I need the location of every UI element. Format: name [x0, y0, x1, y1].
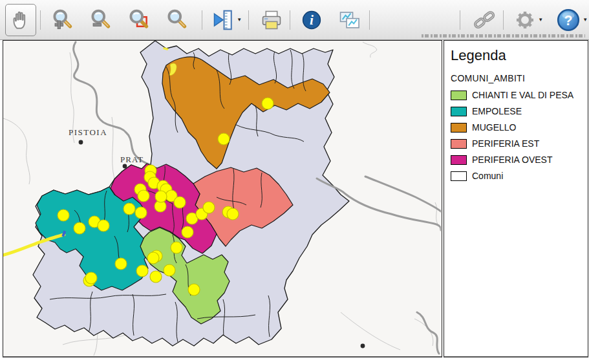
legend-item-label: EMPOLESE: [472, 106, 522, 116]
legend-panel: Legenda COMUNI_AMBITI CHIANTI E VAL DI P…: [444, 40, 588, 358]
info-icon: i: [301, 9, 323, 31]
legend-item-mugello: MUGELLO: [451, 122, 588, 133]
point-marker[interactable]: [164, 264, 175, 276]
point-marker[interactable]: [203, 202, 215, 213]
point-marker[interactable]: [74, 222, 85, 234]
point-marker[interactable]: [174, 197, 186, 208]
link-icon: [472, 8, 497, 32]
svg-text:i: i: [310, 12, 314, 28]
legend-item-periferia-ovest: PERIFERIA OVEST: [451, 155, 588, 165]
city-label-pistoia: PISTOIA: [69, 127, 107, 137]
toolbar-separator: [248, 10, 249, 30]
gear-icon: [514, 9, 536, 31]
zoom-out-button[interactable]: [88, 4, 115, 36]
legend-item-label: CHIANTI E VAL DI PESA: [472, 90, 573, 100]
legend-swatch: [451, 123, 467, 133]
point-marker[interactable]: [138, 190, 149, 202]
legend-layer-name: COMUNI_AMBITI: [451, 73, 588, 83]
view-history-button[interactable]: ▼: [210, 4, 243, 36]
chevron-down-icon: ▼: [538, 17, 543, 23]
point-marker[interactable]: [227, 208, 239, 220]
view-history-icon: [211, 8, 235, 32]
zoom-out-icon: [89, 8, 114, 32]
toolbar-separator: [40, 10, 41, 30]
point-marker[interactable]: [85, 272, 97, 284]
point-marker[interactable]: [150, 271, 162, 283]
legend-item-label: Comuni: [472, 171, 503, 181]
legend-title: Legenda: [451, 47, 588, 64]
point-marker[interactable]: [58, 209, 69, 221]
point-marker[interactable]: [147, 252, 159, 264]
printer-icon: [259, 8, 284, 32]
map-canvas[interactable]: PISTOIA PRAT: [3, 41, 441, 356]
zoom-in-icon: [51, 8, 76, 32]
help-button[interactable]: ? ▼: [555, 4, 589, 36]
legend-item-label: MUGELLO: [472, 122, 516, 133]
magnifier-icon: [166, 8, 190, 32]
zoom-in-button[interactable]: [50, 4, 77, 36]
poi-dot: [361, 344, 365, 348]
chevron-down-icon: ▼: [583, 17, 588, 23]
point-marker[interactable]: [155, 191, 167, 202]
toolbar-separator: [460, 10, 460, 30]
point-marker[interactable]: [171, 242, 182, 253]
point-marker[interactable]: [218, 133, 230, 145]
point-marker[interactable]: [98, 220, 109, 231]
city-label-prato: PRAT: [120, 155, 144, 164]
pan-button[interactable]: [5, 4, 36, 36]
map-viewer-window: { "toolbar": { "buttons": [ {"name": "pa…: [0, 0, 589, 364]
options-button[interactable]: ▼: [513, 4, 544, 36]
legend-item-label: PERIFERIA EST: [472, 138, 539, 149]
point-marker[interactable]: [262, 98, 273, 109]
legend-swatch: [451, 91, 467, 100]
zoom-button[interactable]: [164, 4, 191, 36]
maptip-button[interactable]: [336, 4, 363, 36]
print-button[interactable]: [258, 4, 285, 36]
maptip-icon: [337, 8, 361, 32]
toolbar-separator: [369, 10, 370, 30]
svg-text:?: ?: [564, 12, 573, 28]
legend-swatch: [451, 171, 467, 181]
help-icon: ?: [556, 8, 581, 32]
point-marker[interactable]: [115, 258, 127, 270]
legend-item-empolese: EMPOLESE: [451, 106, 588, 116]
legend-swatch: [451, 107, 467, 116]
legend-item-periferia-est: PERIFERIA EST: [451, 138, 588, 149]
chevron-down-icon: ▼: [237, 17, 242, 23]
city-dot-pistoia: [79, 140, 83, 145]
point-marker[interactable]: [123, 203, 135, 215]
toolbar-separator: [503, 10, 504, 30]
info-button[interactable]: i: [299, 4, 324, 36]
toolbar-separator: [290, 10, 290, 30]
toolbar-separator: [202, 10, 202, 30]
point-marker[interactable]: [188, 284, 200, 295]
hand-icon: [9, 8, 32, 32]
legend-swatch: [451, 139, 467, 149]
legend-item-label: PERIFERIA OVEST: [472, 155, 552, 165]
clipped-attribution-text: [422, 34, 585, 37]
city-dot-prato: [123, 164, 127, 169]
toolbar-spacer: [374, 19, 456, 20]
point-marker[interactable]: [182, 226, 193, 238]
link-button[interactable]: [471, 4, 498, 36]
legend-item-chianti: CHIANTI E VAL DI PESA: [451, 90, 588, 100]
zoom-rectangle-icon: [127, 8, 152, 32]
legend-item-comuni: Comuni: [451, 171, 588, 181]
point-marker[interactable]: [135, 207, 147, 219]
map-panel[interactable]: PISTOIA PRAT: [3, 40, 442, 358]
point-marker[interactable]: [136, 265, 148, 277]
zoom-rectangle-button[interactable]: [126, 4, 153, 36]
legend-swatch: [451, 155, 467, 165]
